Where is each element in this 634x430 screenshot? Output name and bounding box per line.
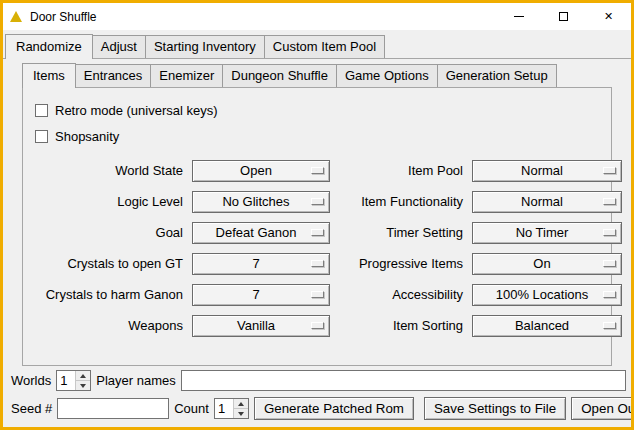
dropdown-indicator-icon	[311, 198, 324, 205]
tab-generation-setup[interactable]: Generation Setup	[437, 64, 557, 87]
item-sorting-value: Balanced	[473, 318, 621, 333]
item-pool-dropdown[interactable]: Normal	[472, 160, 622, 182]
shopsanity-label: Shopsanity	[55, 129, 119, 144]
weapons-value: Vanilla	[193, 318, 329, 333]
worlds-spin-up-button[interactable]	[76, 371, 90, 380]
tab-entrances[interactable]: Entrances	[75, 64, 152, 87]
world-state-label: World State	[31, 155, 183, 186]
player-names-input[interactable]	[181, 370, 626, 391]
goal-label: Goal	[31, 217, 183, 248]
logic-level-value: No Glitches	[193, 194, 329, 209]
item-sorting-dropdown[interactable]: Balanced	[472, 315, 622, 337]
progressive-items-value: On	[473, 256, 621, 271]
item-pool-label: Item Pool	[339, 155, 463, 186]
count-spinner-arrows	[233, 399, 248, 418]
worlds-spinner[interactable]	[56, 370, 91, 391]
dropdown-indicator-icon	[311, 229, 324, 236]
item-functionality-dropdown[interactable]: Normal	[472, 191, 622, 213]
retro-mode-checkbox[interactable]	[35, 104, 48, 117]
spin-down-icon	[80, 384, 86, 388]
retro-mode-label: Retro mode (universal keys)	[55, 103, 218, 118]
spin-up-icon	[80, 374, 86, 378]
worlds-spinner-arrows	[75, 371, 90, 390]
options-grid: World State Open Item Pool Normal Logic …	[31, 155, 606, 341]
dropdown-indicator-icon	[311, 322, 324, 329]
count-input[interactable]	[215, 399, 233, 418]
bottom-bar: Worlds Player names Seed # Count	[3, 366, 631, 427]
timer-setting-value: No Timer	[473, 225, 621, 240]
item-functionality-value: Normal	[473, 194, 621, 209]
seed-input[interactable]	[57, 398, 169, 419]
retro-mode-row[interactable]: Retro mode (universal keys)	[35, 100, 606, 120]
count-spin-up-button[interactable]	[234, 399, 248, 408]
world-state-value: Open	[193, 163, 329, 178]
crystals-to-open-gt-value: 7	[193, 256, 329, 271]
weapons-dropdown[interactable]: Vanilla	[192, 315, 330, 337]
count-spin-down-button[interactable]	[234, 408, 248, 418]
dropdown-indicator-icon	[603, 198, 616, 205]
crystals-to-harm-ganon-label: Crystals to harm Ganon	[31, 279, 183, 310]
maximize-icon	[559, 12, 568, 21]
save-settings-button[interactable]: Save Settings to File	[424, 397, 566, 420]
timer-setting-dropdown[interactable]: No Timer	[472, 222, 622, 244]
tab-enemizer[interactable]: Enemizer	[150, 64, 223, 87]
shopsanity-row[interactable]: Shopsanity	[35, 126, 606, 146]
titlebar: Door Shuffle ✕	[3, 3, 631, 30]
minimize-button[interactable]	[496, 3, 541, 30]
tab-items[interactable]: Items	[22, 63, 76, 88]
maximize-button[interactable]	[541, 3, 586, 30]
count-label: Count	[174, 401, 209, 416]
player-names-label: Player names	[96, 373, 175, 388]
tab-game-options[interactable]: Game Options	[336, 64, 438, 87]
crystals-to-open-gt-dropdown[interactable]: 7	[192, 253, 330, 275]
dropdown-indicator-icon	[603, 167, 616, 174]
seed-row: Seed # Count Generate Patched Rom Save S…	[11, 397, 626, 420]
open-output-directory-button[interactable]: Open Output Directory	[571, 397, 634, 420]
dropdown-indicator-icon	[603, 322, 616, 329]
item-sorting-label: Item Sorting	[339, 310, 463, 341]
spin-down-icon	[238, 412, 244, 416]
window-controls: ✕	[496, 3, 631, 30]
dropdown-indicator-icon	[311, 291, 324, 298]
progressive-items-dropdown[interactable]: On	[472, 253, 622, 275]
tab-adjust[interactable]: Adjust	[92, 35, 146, 58]
tab-dungeon-shuffle[interactable]: Dungeon Shuffle	[222, 64, 337, 87]
dropdown-indicator-icon	[311, 260, 324, 267]
close-icon: ✕	[604, 11, 613, 22]
accessibility-dropdown[interactable]: 100% Locations	[472, 284, 622, 306]
spin-up-icon	[238, 402, 244, 406]
main-tab-bar: Randomize Adjust Starting Inventory Cust…	[3, 30, 631, 58]
generate-patched-rom-button[interactable]: Generate Patched Rom	[254, 397, 414, 420]
crystals-to-harm-ganon-dropdown[interactable]: 7	[192, 284, 330, 306]
window-title: Door Shuffle	[30, 10, 97, 24]
shopsanity-checkbox[interactable]	[35, 130, 48, 143]
item-pool-value: Normal	[473, 163, 621, 178]
seed-label: Seed #	[11, 401, 52, 416]
dropdown-indicator-icon	[603, 291, 616, 298]
item-functionality-label: Item Functionality	[339, 186, 463, 217]
worlds-spin-down-button[interactable]	[76, 380, 90, 390]
minimize-icon	[514, 16, 524, 17]
worlds-label: Worlds	[11, 373, 51, 388]
count-spinner[interactable]	[214, 398, 249, 419]
app-icon	[8, 9, 24, 25]
goal-dropdown[interactable]: Defeat Ganon	[192, 222, 330, 244]
logic-level-label: Logic Level	[31, 186, 183, 217]
tab-custom-item-pool[interactable]: Custom Item Pool	[264, 35, 385, 58]
logic-level-dropdown[interactable]: No Glitches	[192, 191, 330, 213]
worlds-input[interactable]	[57, 371, 75, 390]
world-state-dropdown[interactable]: Open	[192, 160, 330, 182]
weapons-label: Weapons	[31, 310, 183, 341]
dropdown-indicator-icon	[603, 260, 616, 267]
window: Door Shuffle ✕ Randomize Adjust Starting…	[0, 0, 634, 430]
goal-value: Defeat Ganon	[193, 225, 329, 240]
accessibility-value: 100% Locations	[473, 287, 621, 302]
tab-randomize[interactable]: Randomize	[5, 34, 93, 59]
dropdown-indicator-icon	[311, 167, 324, 174]
accessibility-label: Accessibility	[339, 279, 463, 310]
items-pane: Retro mode (universal keys) Shopsanity W…	[22, 87, 612, 366]
close-button[interactable]: ✕	[586, 3, 631, 30]
tab-starting-inventory[interactable]: Starting Inventory	[145, 35, 265, 58]
crystals-to-open-gt-label: Crystals to open GT	[31, 248, 183, 279]
randomize-pane: Items Entrances Enemizer Dungeon Shuffle…	[3, 58, 631, 366]
